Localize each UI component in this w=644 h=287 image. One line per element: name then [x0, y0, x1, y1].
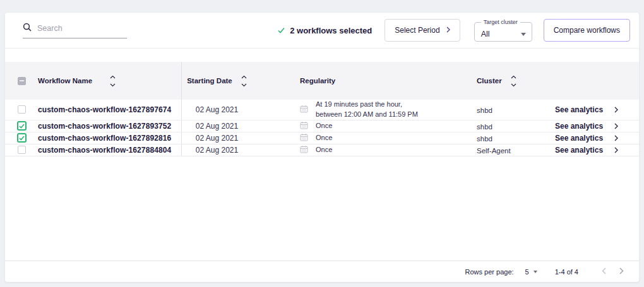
- see-analytics-link[interactable]: See analytics: [555, 146, 603, 155]
- regularity-text: Once: [316, 145, 332, 155]
- see-analytics-link[interactable]: See analytics: [555, 122, 603, 131]
- target-cluster-select[interactable]: Target cluster All: [474, 19, 532, 42]
- workflow-name: custom-chaos-workflow-1627892816: [38, 134, 171, 143]
- selected-summary-text: 2 workflows selected: [290, 26, 372, 35]
- starting-date: 02 Aug 2021: [196, 134, 238, 143]
- table-header: Workflow Name Starting Date Regularity C…: [5, 62, 639, 100]
- cluster-name: shbd: [477, 107, 492, 114]
- row-checkbox[interactable]: [17, 133, 27, 143]
- regularity-text: At 19 minutes past the hour, between 12:…: [316, 100, 418, 120]
- cluster-name: Self-Agent: [477, 147, 511, 155]
- table-row: custom-chaos-workflow-1627892816 02 Aug …: [5, 132, 639, 144]
- table-row: custom-chaos-workflow-1627884804 02 Aug …: [5, 144, 639, 156]
- checkmark-icon: [19, 136, 25, 141]
- see-analytics-link[interactable]: See analytics: [555, 105, 603, 114]
- chevron-right-icon: [614, 104, 618, 115]
- rows-per-page-select[interactable]: 5: [525, 268, 537, 276]
- column-header-cluster: Cluster: [477, 77, 502, 85]
- checkmark-icon: [19, 124, 25, 129]
- sort-workflow-name[interactable]: [110, 75, 116, 87]
- rows-per-page-value: 5: [525, 268, 529, 276]
- chevron-left-icon: [602, 267, 606, 274]
- chevron-up-icon: [511, 75, 516, 79]
- table-empty-area: [5, 156, 639, 261]
- sort-starting-date[interactable]: [241, 75, 247, 87]
- regularity-line-1: At 19 minutes past the hour,: [316, 100, 418, 110]
- chevron-down-icon: [241, 83, 247, 87]
- calendar-icon: [300, 104, 308, 115]
- pagination-range: 1-4 of 4: [555, 268, 578, 276]
- column-header-regularity: Regularity: [300, 77, 335, 85]
- starting-date: 02 Aug 2021: [196, 122, 238, 131]
- search-input[interactable]: [37, 24, 127, 33]
- chevron-right-icon: [619, 267, 624, 274]
- select-period-button[interactable]: Select Period: [385, 19, 460, 42]
- checkmark-icon: [278, 25, 285, 36]
- chevron-right-icon: [614, 144, 618, 156]
- rows-per-page-label: Rows per page:: [465, 268, 514, 276]
- starting-date: 02 Aug 2021: [196, 146, 238, 155]
- selected-summary: 2 workflows selected: [278, 25, 372, 36]
- table-footer: Rows per page: 5 1-4 of 4: [5, 261, 639, 282]
- chevron-down-icon: [110, 83, 116, 87]
- row-checkbox[interactable]: [18, 105, 26, 114]
- chevron-up-icon: [241, 75, 247, 79]
- workflow-name: custom-chaos-workflow-1627893752: [38, 122, 171, 131]
- target-cluster-value: All: [481, 30, 490, 38]
- previous-page-button[interactable]: [595, 267, 612, 276]
- search-box[interactable]: [23, 23, 127, 38]
- workflow-name: custom-chaos-workflow-1627884804: [38, 146, 171, 155]
- row-checkbox[interactable]: [18, 146, 26, 154]
- sort-cluster[interactable]: [511, 75, 516, 87]
- toolbar-table-gap: [5, 49, 639, 62]
- cluster-name: shbd: [477, 135, 492, 143]
- target-cluster-label: Target cluster: [481, 19, 520, 25]
- next-page-button[interactable]: [612, 267, 630, 276]
- cluster-name: shbd: [477, 123, 492, 131]
- column-header-starting-date: Starting Date: [187, 77, 232, 85]
- see-analytics-link[interactable]: See analytics: [555, 134, 603, 143]
- table-row: custom-chaos-workflow-1627897674 02 Aug …: [5, 100, 639, 120]
- regularity-line-1: Once: [316, 133, 332, 143]
- toolbar: 2 workflows selected Select Period Targe…: [5, 13, 639, 49]
- regularity-text: Once: [316, 133, 332, 143]
- table-row: custom-chaos-workflow-1627893752 02 Aug …: [5, 120, 639, 132]
- calendar-icon: [300, 132, 308, 144]
- starting-date: 02 Aug 2021: [196, 105, 238, 114]
- regularity-text: Once: [316, 121, 332, 131]
- chevron-right-icon: [446, 26, 450, 35]
- caret-down-icon: [534, 271, 537, 273]
- column-header-workflow-name: Workflow Name: [38, 77, 92, 85]
- search-icon: [23, 23, 32, 34]
- chevron-up-icon: [110, 75, 116, 79]
- calendar-icon: [300, 144, 308, 156]
- regularity-line-1: Once: [316, 145, 332, 155]
- calendar-icon: [300, 120, 308, 132]
- caret-down-icon: [521, 33, 526, 36]
- chevron-right-icon: [614, 120, 618, 132]
- row-checkbox[interactable]: [17, 121, 27, 131]
- regularity-line-1: Once: [316, 121, 332, 131]
- workflows-card: 2 workflows selected Select Period Targe…: [5, 13, 639, 282]
- workflow-name: custom-chaos-workflow-1627897674: [38, 105, 171, 114]
- compare-workflows-button[interactable]: Compare workflows: [544, 19, 630, 42]
- chevron-right-icon: [614, 132, 618, 144]
- regularity-line-2: between 12:00 AM and 11:59 PM: [316, 110, 418, 120]
- table-body: custom-chaos-workflow-1627897674 02 Aug …: [5, 100, 639, 156]
- chevron-down-icon: [511, 83, 516, 87]
- select-all-checkbox[interactable]: [18, 77, 26, 85]
